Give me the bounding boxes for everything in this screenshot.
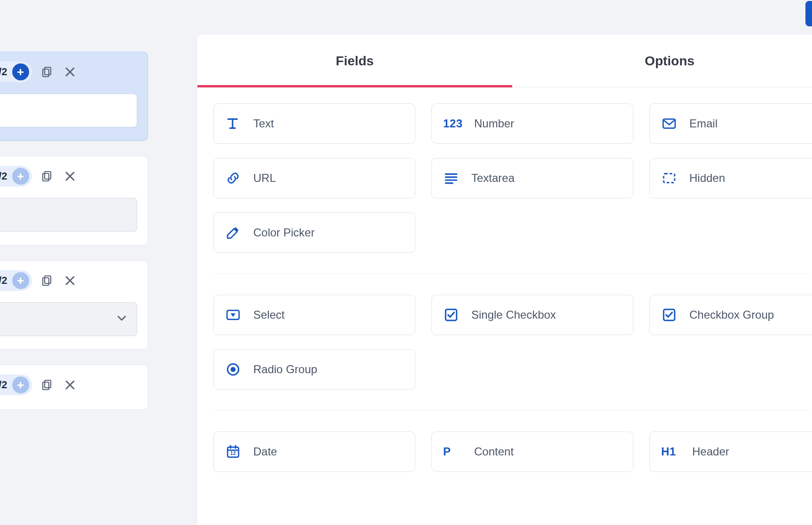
text-icon	[225, 116, 241, 132]
field-palette: Text 123 Number Email URL Textarea Hidde…	[197, 87, 812, 472]
field-card-label: Number	[474, 117, 514, 130]
field-group: Text 123 Number Email URL Textarea Hidde…	[213, 103, 811, 274]
field-card-header[interactable]: H1 Header	[649, 431, 812, 472]
duplicate-button[interactable]	[40, 169, 55, 183]
width-increase-button: +	[12, 272, 29, 289]
column-width-value: 2/2	[0, 379, 9, 391]
field-group: Select Single Checkbox Checkbox Group Ra…	[213, 295, 811, 411]
column-width-value: 1/2	[0, 66, 9, 78]
duplicate-button[interactable]	[40, 378, 55, 392]
field-card-radio-group[interactable]: Radio Group	[213, 349, 415, 390]
block-toolbar: − 2/2 +	[0, 165, 137, 188]
field-card-label: Single Checkbox	[471, 308, 556, 321]
calendar-icon	[225, 444, 241, 460]
tab-fields[interactable]: Fields	[197, 35, 512, 87]
field-card-date[interactable]: Date	[213, 431, 415, 472]
block-toolbar: − 2/2 +	[0, 269, 137, 292]
field-card-content[interactable]: P Content	[431, 431, 633, 472]
tab-label: Fields	[336, 54, 374, 69]
lines-icon	[443, 170, 459, 186]
form-block[interactable]: − 1/2 +	[0, 52, 148, 141]
field-card-select[interactable]: Select	[213, 295, 415, 335]
block-toolbar: − 2/2 +	[0, 374, 137, 396]
tabs: Fields Options	[197, 35, 812, 87]
delete-button[interactable]	[63, 169, 77, 183]
column-width-value: 2/2	[0, 170, 9, 182]
checkbox-icon	[443, 307, 459, 323]
duplicate-button[interactable]	[40, 274, 55, 288]
field-card-number[interactable]: 123 Number	[431, 103, 633, 144]
width-increase-button: +	[12, 376, 29, 393]
checkbox-icon	[661, 307, 677, 323]
duplicate-button[interactable]	[40, 65, 55, 79]
field-card-label: Textarea	[471, 172, 515, 185]
width-increase-button: +	[12, 168, 29, 185]
tab-options[interactable]: Options	[512, 35, 812, 87]
block-input[interactable]	[0, 198, 137, 232]
field-card-url[interactable]: URL	[213, 158, 415, 198]
delete-button[interactable]	[63, 65, 77, 79]
field-card-label: Email	[689, 117, 718, 130]
field-card-label: Select	[253, 308, 285, 321]
column-width-pill: − 2/2 +	[0, 166, 32, 187]
column-width-pill: − 1/2 +	[0, 62, 32, 82]
delete-button[interactable]	[63, 378, 77, 392]
form-canvas: − 1/2 + − 2/2 + − 2/2 +	[0, 52, 148, 425]
field-card-label: Content	[474, 445, 514, 458]
tab-label: Options	[645, 54, 695, 69]
form-block[interactable]: − 2/2 +	[0, 260, 148, 350]
corner-accent	[805, 1, 812, 26]
form-block[interactable]: − 2/2 +	[0, 156, 148, 245]
p-icon: P	[443, 445, 462, 458]
right-panel: Fields Options Text 123 Number Email URL…	[197, 35, 812, 525]
field-card-email[interactable]: Email	[649, 103, 812, 144]
column-width-value: 2/2	[0, 274, 9, 287]
field-card-label: Checkbox Group	[689, 308, 774, 321]
field-card-checkbox-group[interactable]: Checkbox Group	[649, 295, 812, 335]
field-card-textarea[interactable]: Textarea	[431, 158, 633, 198]
column-width-pill: − 2/2 +	[0, 270, 32, 291]
block-toolbar: − 1/2 +	[0, 61, 137, 83]
mail-icon	[661, 116, 677, 132]
radio-icon	[225, 361, 241, 377]
form-block[interactable]: − 2/2 +	[0, 365, 148, 410]
field-card-label: Radio Group	[253, 363, 317, 376]
dropdown-icon	[225, 307, 241, 323]
block-input[interactable]	[0, 94, 137, 127]
field-group: Date P Content H1 Header	[213, 431, 811, 472]
width-increase-button[interactable]: +	[12, 63, 29, 80]
column-width-pill: − 2/2 +	[0, 375, 32, 395]
field-card-color-picker[interactable]: Color Picker	[213, 212, 415, 253]
field-card-label: Hidden	[689, 172, 725, 185]
block-select[interactable]	[0, 302, 137, 336]
chevron-down-icon	[116, 313, 127, 326]
field-card-label: Color Picker	[253, 226, 315, 239]
field-card-label: Header	[692, 445, 729, 458]
delete-button[interactable]	[63, 274, 77, 288]
link-icon	[225, 170, 241, 186]
field-card-label: URL	[253, 172, 276, 185]
eyedropper-icon	[225, 225, 241, 241]
field-card-text[interactable]: Text	[213, 103, 415, 144]
number-icon: 123	[443, 117, 462, 130]
field-card-label: Text	[253, 117, 274, 130]
field-card-hidden[interactable]: Hidden	[649, 158, 812, 198]
field-card-single-checkbox[interactable]: Single Checkbox	[431, 295, 633, 335]
dashed-box-icon	[661, 170, 677, 186]
field-card-label: Date	[253, 445, 277, 458]
h1-icon: H1	[661, 445, 680, 458]
